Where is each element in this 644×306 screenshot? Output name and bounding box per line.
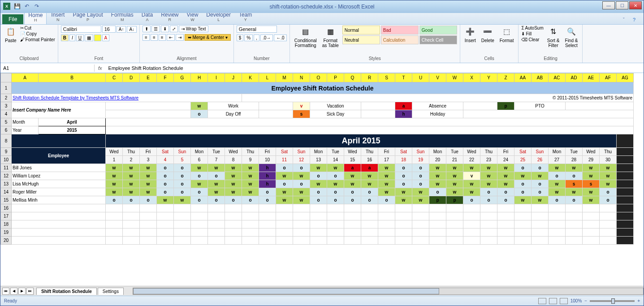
shift-cell[interactable]: h [259, 172, 276, 180]
row-header-4[interactable]: 4 [1, 110, 12, 118]
zoom-slider[interactable] [590, 300, 635, 302]
shift-cell[interactable]: o [157, 164, 174, 172]
row-header-14[interactable]: 14 [1, 188, 12, 196]
shift-cell[interactable]: o [395, 180, 412, 188]
column-header-AA[interactable]: AA [514, 73, 532, 82]
align-right-icon[interactable]: ≡ [159, 34, 166, 41]
shift-cell[interactable]: o [191, 172, 208, 180]
shift-cell[interactable]: w [514, 172, 532, 180]
shift-cell[interactable]: w [327, 180, 344, 188]
shift-cell[interactable]: w [208, 188, 225, 196]
shift-cell[interactable]: o [395, 164, 412, 172]
shift-cell[interactable]: w [123, 164, 140, 172]
shift-cell[interactable]: a [344, 164, 361, 172]
employee-name[interactable]: Roger Miller [12, 188, 106, 196]
column-header-S[interactable]: S [378, 73, 395, 82]
row-header-2[interactable]: 2 [1, 94, 12, 102]
orientation-icon[interactable]: ⤢ [170, 26, 178, 32]
row-header-12[interactable]: 12 [1, 172, 12, 180]
close-button[interactable]: ✕ [629, 1, 642, 9]
font-size-select[interactable]: 16 [102, 26, 116, 33]
column-header-H[interactable]: H [191, 73, 208, 82]
first-sheet-icon[interactable]: ⏮ [2, 288, 9, 295]
row-header-1[interactable]: 1 [1, 82, 12, 94]
shift-cell[interactable]: w [600, 164, 617, 172]
shift-cell[interactable]: o [327, 188, 344, 196]
column-header-X[interactable]: X [463, 73, 480, 82]
shift-cell[interactable]: o [123, 196, 140, 204]
row-header-3[interactable]: 3 [1, 102, 12, 110]
shift-cell[interactable]: o [514, 164, 532, 172]
last-sheet-icon[interactable]: ⏭ [26, 288, 34, 295]
column-header-A[interactable]: A [12, 73, 39, 82]
shift-cell[interactable]: w [123, 172, 140, 180]
shift-cell[interactable]: w [583, 172, 600, 180]
shift-cell[interactable]: v [463, 172, 480, 180]
shift-cell[interactable]: o [497, 196, 514, 204]
shift-cell[interactable]: w [225, 188, 242, 196]
indent-increase-icon[interactable]: ⇥ [176, 34, 184, 41]
shift-cell[interactable]: o [566, 196, 583, 204]
shift-cell[interactable]: w [276, 172, 293, 180]
row-header-5[interactable]: 5 [1, 118, 12, 126]
page-break-view-icon[interactable] [560, 298, 568, 304]
indent-decrease-icon[interactable]: ⇤ [167, 34, 175, 41]
row-header-6[interactable]: 6 [1, 126, 12, 134]
shift-cell[interactable]: w [310, 164, 327, 172]
shift-cell[interactable]: w [412, 196, 429, 204]
shift-cell[interactable]: w [242, 172, 259, 180]
shift-cell[interactable]: w [532, 196, 549, 204]
shift-cell[interactable]: w [293, 196, 310, 204]
column-header-AF[interactable]: AF [600, 73, 617, 82]
shift-cell[interactable]: o [174, 172, 191, 180]
conditional-formatting-button[interactable]: ▤Conditional Formatting [293, 26, 319, 49]
normal-view-icon[interactable] [538, 298, 546, 304]
shift-cell[interactable]: w [446, 180, 463, 188]
shift-cell[interactable]: w [208, 164, 225, 172]
column-header-T[interactable]: T [395, 73, 412, 82]
shift-cell[interactable]: w [174, 196, 191, 204]
employee-name[interactable]: Bill Jones [12, 164, 106, 172]
shift-cell[interactable]: o [549, 196, 566, 204]
clear-button[interactable]: ⌫ Clear [521, 37, 543, 42]
row-header-20[interactable]: 20 [1, 237, 12, 245]
comma-icon[interactable]: , [254, 34, 259, 41]
shift-cell[interactable]: o [532, 180, 549, 188]
find-select-button[interactable]: 🔍Find & Select [563, 26, 580, 49]
shift-cell[interactable]: w [480, 172, 497, 180]
sheet-tab-settings[interactable]: Settings [98, 288, 124, 295]
shift-cell[interactable]: o [293, 164, 310, 172]
row-header-11[interactable]: 11 [1, 164, 12, 172]
shift-cell[interactable]: w [497, 172, 514, 180]
paste-button[interactable]: 📋Paste [3, 26, 18, 44]
shift-cell[interactable]: o [566, 172, 583, 180]
shift-cell[interactable]: w [191, 180, 208, 188]
column-header-W[interactable]: W [446, 73, 463, 82]
column-header-AC[interactable]: AC [549, 73, 566, 82]
column-header-O[interactable]: O [310, 73, 327, 82]
page-layout-view-icon[interactable] [549, 298, 557, 304]
column-header-AD[interactable]: AD [566, 73, 583, 82]
shift-cell[interactable]: w [225, 172, 242, 180]
style-bad[interactable]: Bad [381, 26, 419, 34]
shift-cell[interactable]: w [395, 188, 412, 196]
shift-cell[interactable]: w [157, 196, 174, 204]
shift-cell[interactable]: w [600, 172, 617, 180]
shift-cell[interactable]: w [361, 172, 378, 180]
align-left-icon[interactable]: ≡ [143, 34, 150, 41]
merge-center-button[interactable]: ⬌ Merge & Center ▾ [185, 34, 231, 41]
shift-cell[interactable]: o [276, 180, 293, 188]
italic-button[interactable]: I [69, 34, 75, 41]
fill-button[interactable]: ⬇ Fill [521, 31, 543, 36]
column-header-B[interactable]: B [39, 73, 106, 82]
shift-cell[interactable]: o [157, 180, 174, 188]
column-header-N[interactable]: N [293, 73, 310, 82]
bold-button[interactable]: B [61, 34, 69, 41]
shift-cell[interactable]: s [583, 180, 600, 188]
shift-cell[interactable]: w [497, 164, 514, 172]
shift-cell[interactable]: w [549, 188, 566, 196]
autosum-button[interactable]: Σ AutoSum [521, 26, 543, 30]
insert-cells-button[interactable]: ➕Insert [463, 26, 478, 44]
shift-cell[interactable]: w [140, 164, 157, 172]
column-header-P[interactable]: P [327, 73, 344, 82]
